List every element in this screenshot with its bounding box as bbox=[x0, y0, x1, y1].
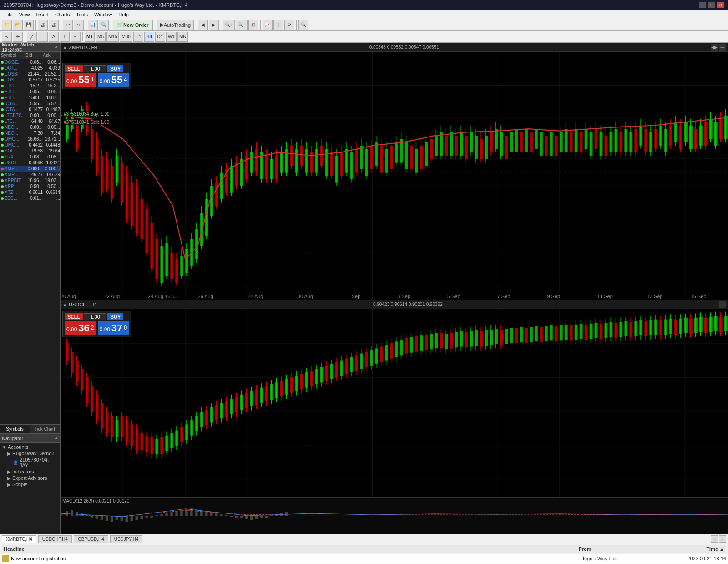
chart-xmrbtc-close-btn[interactable]: — bbox=[719, 44, 726, 51]
chart-usdchf-close-btn[interactable]: — bbox=[719, 301, 726, 308]
buy-button-xmrbtc[interactable]: BUY bbox=[107, 65, 123, 72]
save-button[interactable]: 💾 bbox=[24, 20, 34, 30]
menu-item-window[interactable]: Window bbox=[91, 11, 115, 18]
minimize-button[interactable]: − bbox=[699, 2, 706, 8]
menu-item-file[interactable]: File bbox=[2, 11, 15, 18]
close-button[interactable]: ✕ bbox=[717, 2, 724, 8]
buy-price-usdchf[interactable]: 0.90 37 0 bbox=[98, 321, 129, 335]
market-watch-row[interactable]: SOL... 19.58 19.64 bbox=[0, 148, 60, 154]
market-watch-row[interactable]: IOTA... 5.55... 5.57... bbox=[0, 101, 60, 107]
chart-tab-usdjpy-h4[interactable]: USDJPY,H4 bbox=[110, 535, 143, 543]
mw-tab-symbols[interactable]: Symbols bbox=[0, 425, 30, 433]
market-watch-row[interactable]: DOT... 4.025 4.039 bbox=[0, 65, 60, 71]
market-watch-row[interactable]: ETC... 15.2... 15.2... bbox=[0, 83, 60, 89]
market-watch-row[interactable]: LTC... 64.48 64.67 bbox=[0, 118, 60, 124]
nav-tree-item[interactable]: ▶Indicators bbox=[6, 468, 59, 475]
zoom-in-button[interactable]: 🔍 bbox=[99, 20, 109, 30]
nav-tree-item[interactable]: ▼Accounts bbox=[1, 444, 59, 450]
market-watch-row[interactable]: NEO... 7.30 7.34 bbox=[0, 130, 60, 136]
chart-usdchf-body[interactable]: SELL BUY 0.90 36 2 0.90 37 0 bbox=[61, 309, 728, 534]
menu-item-tools[interactable]: Tools bbox=[73, 11, 91, 18]
market-watch-close-icon[interactable]: ✕ bbox=[54, 44, 58, 50]
buy-price-xmrbtc[interactable]: 0.00 55 4 bbox=[98, 73, 129, 87]
sell-price-xmrbtc[interactable]: 0.00 55 1 bbox=[65, 73, 96, 87]
chart-tab-xmrbtc-h4[interactable]: XMRBTC,H4 bbox=[2, 535, 36, 543]
chart-tab-usdchf-h4[interactable]: USDCHF,H4 bbox=[38, 535, 72, 543]
tf-m5[interactable]: M5 bbox=[96, 32, 106, 42]
chart-tab-scroll-right[interactable]: ▶ bbox=[719, 535, 726, 543]
nav-tree-item[interactable]: ▶Expert Advisors bbox=[6, 475, 59, 481]
market-watch-row[interactable]: OMG... 0.4432 0.4448 bbox=[0, 142, 60, 148]
maximize-button[interactable]: □ bbox=[708, 2, 715, 8]
nav-tree-item[interactable]: 👤2105780704: JAY bbox=[12, 457, 59, 468]
tf-h4[interactable]: H4 bbox=[144, 32, 154, 42]
market-watch-row[interactable]: ZEC... 0.01... ... bbox=[0, 195, 60, 201]
line-tool[interactable]: ╱ bbox=[27, 32, 37, 42]
label-tool[interactable]: T bbox=[60, 32, 70, 42]
tf-m15[interactable]: M15 bbox=[106, 32, 119, 42]
market-watch-row[interactable]: NEO... 0.00... 0.00... bbox=[0, 124, 60, 130]
chart-tab-gbpusd-h4[interactable]: GBPUSD,H4 bbox=[74, 535, 108, 543]
market-watch-row[interactable]: USDT... 0.9996 1.0021 bbox=[0, 160, 60, 166]
new-chart-button[interactable]: 📊 bbox=[88, 20, 98, 30]
nav-tree-item[interactable]: ▶HugosWay-Demo3 bbox=[6, 450, 59, 457]
menu-item-view[interactable]: View bbox=[16, 11, 33, 18]
news-row[interactable]: New account registration Hugo's Way Ltd.… bbox=[0, 554, 728, 563]
hline-tool[interactable]: — bbox=[38, 32, 48, 42]
sell-price-usdchf[interactable]: 0.90 36 2 bbox=[65, 321, 96, 335]
market-watch-row[interactable]: DOGE... 0.06... 0.06... bbox=[0, 59, 60, 65]
menu-item-insert[interactable]: Insert bbox=[33, 11, 51, 18]
chart-xmrbtc-body[interactable]: SELL BUY 0.00 55 1 0.00 55 4 bbox=[61, 52, 728, 300]
period-sep-button[interactable]: | bbox=[273, 20, 283, 30]
market-watch-row[interactable]: XMR... 0.000... 0.000... bbox=[0, 166, 60, 172]
chart-prev-button[interactable]: ◀ bbox=[198, 20, 208, 30]
cursor-tool[interactable]: ↖ bbox=[2, 32, 12, 42]
search-button[interactable]: 🔍 bbox=[298, 20, 308, 30]
print-preview-button[interactable]: 🖨 bbox=[49, 20, 59, 30]
tf-w1[interactable]: W1 bbox=[166, 32, 177, 42]
zoom-in2-button[interactable]: 🔍+ bbox=[223, 20, 235, 30]
sell-button-xmrbtc[interactable]: SELL bbox=[65, 65, 83, 72]
tf-m1[interactable]: M1 bbox=[85, 32, 95, 42]
market-watch-row[interactable]: OMG... 16.66... 16.71... bbox=[0, 136, 60, 142]
market-watch-row[interactable]: XTZ... 0.6611 0.6634 bbox=[0, 189, 60, 195]
redo-button[interactable]: ↪ bbox=[74, 20, 84, 30]
undo-button[interactable]: ↩ bbox=[63, 20, 73, 30]
chart-xmrbtc-scroll-btn[interactable]: ◀▶ bbox=[711, 44, 718, 51]
chart-next-button[interactable]: ▶ bbox=[209, 20, 219, 30]
market-watch-row[interactable]: LTCBTC 0.00... 0.00... bbox=[0, 112, 60, 118]
market-watch-row[interactable]: ETH... 1583... 1587... bbox=[0, 95, 60, 101]
nav-tree-item[interactable]: ▶Scripts bbox=[6, 481, 59, 488]
market-watch-row[interactable]: XRP... 0.50... 0.50... bbox=[0, 183, 60, 189]
market-watch-row[interactable]: XRPBIT 18.96... 19.03... bbox=[0, 178, 60, 183]
tf-mn[interactable]: MN bbox=[177, 32, 188, 42]
zoom-out-button[interactable]: 🔍− bbox=[236, 20, 248, 30]
tf-m30[interactable]: M30 bbox=[120, 32, 132, 42]
tf-h1[interactable]: H1 bbox=[133, 32, 143, 42]
market-watch-row[interactable]: EOSBIT 21.44... 21.52... bbox=[0, 71, 60, 77]
market-watch-row[interactable]: ETH... 0.05... 0.05... bbox=[0, 89, 60, 95]
menu-item-help[interactable]: Help bbox=[116, 11, 131, 18]
text-tool[interactable]: A bbox=[49, 32, 59, 42]
market-watch-row[interactable]: XMR... 146.77 147.29 bbox=[0, 172, 60, 178]
autotrading-button[interactable]: ▶ AutoTrading bbox=[157, 20, 194, 30]
chart-tab-scroll-left[interactable]: ◀ bbox=[711, 535, 718, 543]
menu-item-charts[interactable]: Charts bbox=[52, 11, 72, 18]
buy-button-usdchf[interactable]: BUY bbox=[107, 313, 123, 320]
qty-input-usdchf[interactable] bbox=[84, 313, 106, 320]
mw-tab-tickchart[interactable]: Tick Chart bbox=[30, 425, 60, 433]
fit-button[interactable]: ⊡ bbox=[248, 20, 258, 30]
tf-d1[interactable]: D1 bbox=[155, 32, 165, 42]
qty-input-xmrbtc[interactable] bbox=[84, 65, 106, 72]
market-watch-row[interactable]: EOS... 0.5707 0.5725 bbox=[0, 77, 60, 83]
percent-tool[interactable]: % bbox=[71, 32, 81, 42]
market-watch-row[interactable]: IOTA... 0.1477 0.1482 bbox=[0, 107, 60, 112]
crosshair-tool[interactable]: ✛ bbox=[13, 32, 23, 42]
sell-button-usdchf[interactable]: SELL bbox=[65, 313, 83, 320]
new-order-button[interactable]: 🛒 New Order bbox=[113, 20, 153, 30]
new-profile-button[interactable]: 📁 bbox=[2, 20, 12, 30]
indicators-button[interactable]: 📈 bbox=[263, 20, 273, 30]
open-button[interactable]: 📂 bbox=[13, 20, 23, 30]
settings-button[interactable]: ⚙ bbox=[284, 20, 294, 30]
print-button[interactable]: 🖨 bbox=[38, 20, 48, 30]
